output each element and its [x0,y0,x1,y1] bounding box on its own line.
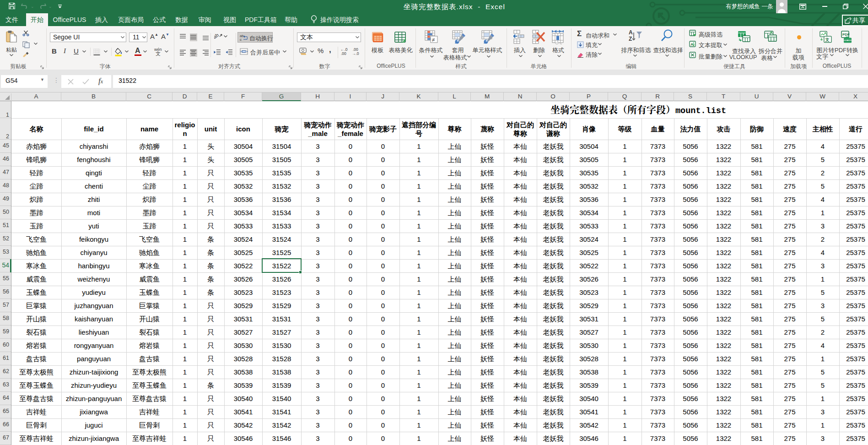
svg-text:c: c [240,38,242,41]
svg-text:Z: Z [629,36,632,42]
svg-text:≠: ≠ [432,37,435,43]
svg-text:ab: ab [214,33,220,40]
svg-text:A: A [629,29,633,36]
svg-text:文: 文 [825,38,830,42]
svg-text:PDF: PDF [842,33,850,37]
svg-text:.00: .00 [341,51,346,55]
svg-text:文: 文 [156,51,161,56]
svg-text:A: A [690,42,694,47]
svg-text:→.0: →.0 [352,51,359,55]
